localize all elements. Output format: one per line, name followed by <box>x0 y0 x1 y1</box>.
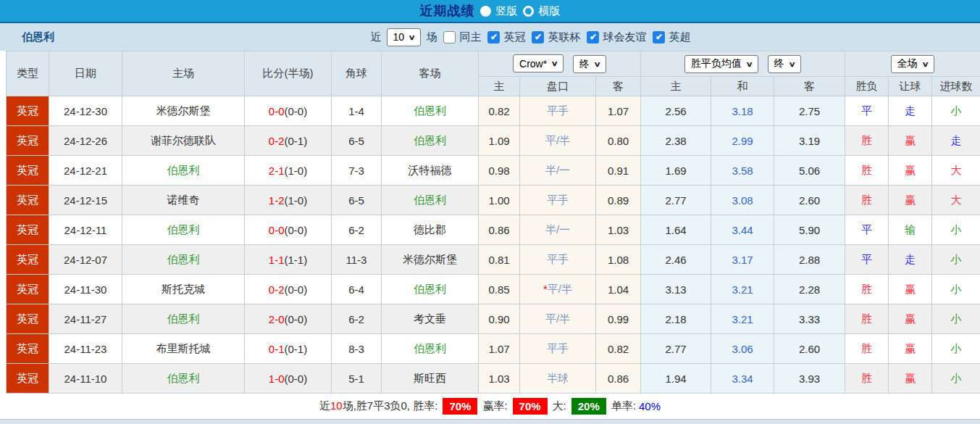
date-cell: 24-11-27 <box>49 304 122 334</box>
league-type-cell: 英冠 <box>7 96 49 126</box>
avg-time-select[interactable]: 终 ∨ <box>768 55 801 73</box>
corner-cell: 11-3 <box>332 245 382 275</box>
dan-rate-label: 单率: <box>611 399 636 413</box>
winlose-result-cell: 胜 <box>845 304 889 334</box>
result-group-header: 全场 ∨ <box>845 51 980 77</box>
home-team-cell: 米德尔斯堡 <box>122 96 245 126</box>
handicap-result-cell: 赢 <box>889 304 932 334</box>
winlose-result-cell: 胜 <box>845 364 889 394</box>
league-checkbox-qiuhuiyouyi[interactable]: ✔ <box>587 31 599 43</box>
avg-away-cell: 5.06 <box>774 156 845 186</box>
da-rate-label: 大: <box>553 399 566 413</box>
goals-result-cell: 小 <box>932 364 980 394</box>
filter-controls: 近 10 ∨ 场 同主 ✔ 英冠 ✔ 英联杯 ✔ 球会友谊 ✔ 英超 <box>371 28 691 46</box>
winlose-result-cell: 平 <box>845 245 889 275</box>
avg-draw-cell: 3.17 <box>711 245 774 275</box>
winlose-result-cell: 胜 <box>845 156 889 186</box>
away-team-cell: 斯旺西 <box>382 364 479 394</box>
winlose-result-cell: 胜 <box>845 186 889 215</box>
avg-draw-cell: 3.18 <box>711 96 774 126</box>
avg-draw-cell: 3.44 <box>711 215 774 245</box>
subcol-handicap: 盘口 <box>520 77 596 96</box>
fulltime-score: 0-0 <box>269 105 285 117</box>
recent-count-select[interactable]: 10 ∨ <box>387 28 422 46</box>
recent-count-value: 10 <box>393 31 405 43</box>
subcol-avg-home: 主 <box>641 77 711 96</box>
games-label: 场 <box>426 30 437 44</box>
layout-vertical-option[interactable]: 竖版 <box>496 4 518 18</box>
corner-cell: 1-4 <box>332 96 382 126</box>
radio-unselected-icon[interactable] <box>523 6 534 17</box>
bookmaker-select[interactable]: Crow* ∨ <box>513 54 564 72</box>
score-cell: 0-0(0-0) <box>245 215 332 245</box>
recent-label: 近 <box>371 30 382 44</box>
goals-result-cell: 大 <box>932 156 980 186</box>
avg-home-cell: 1.64 <box>641 215 711 245</box>
fulltime-score: 0-2 <box>269 283 285 296</box>
avg-draw-cell: 3.08 <box>711 186 774 215</box>
home-team-cell: 伯恩利 <box>122 156 245 186</box>
results-table: 类型 日期 主场 比分(半场) 角球 客场 Crow* ∨ 终 ∨ 胜平负均值 … <box>6 51 980 394</box>
filter-bar: 伯恩利 近 10 ∨ 场 同主 ✔ 英冠 ✔ 英联杯 ✔ 球会友谊 ✔ 英超 <box>0 23 980 51</box>
subcol-goals: 进球数 <box>932 77 980 96</box>
date-cell: 24-11-30 <box>49 275 122 304</box>
league-label-qiuhuiyouyi[interactable]: 球会友谊 <box>603 30 646 44</box>
table-row: 英冠 24-11-27 伯恩利 2-0(0-0) 6-2 考文垂 0.90 平/… <box>7 304 980 334</box>
goals-result-cell: 小 <box>932 215 980 245</box>
handicap-value: 平/半 <box>548 283 572 295</box>
corner-cell: 6-2 <box>332 304 382 334</box>
league-label-yingguan[interactable]: 英冠 <box>503 30 525 44</box>
league-type-cell: 英冠 <box>7 304 49 334</box>
subcol-avg-away: 客 <box>774 77 845 96</box>
odds-home-cell: 0.98 <box>479 156 520 186</box>
handicap-cell: 半/一 <box>520 156 596 186</box>
layout-horizontal-option[interactable]: 横版 <box>539 4 561 18</box>
goals-result-cell: 小 <box>932 334 980 364</box>
same-home-label[interactable]: 同主 <box>459 30 481 44</box>
league-type-cell: 英冠 <box>7 245 49 275</box>
avg-home-cell: 3.13 <box>641 275 711 304</box>
odds-time-value: 终 <box>579 58 590 71</box>
league-type-cell: 英冠 <box>7 215 49 245</box>
date-cell: 24-12-30 <box>49 96 122 126</box>
score-cell: 0-1(0-1) <box>245 334 332 364</box>
avg-time-value: 终 <box>774 57 784 70</box>
chevron-down-icon: ∨ <box>746 60 753 68</box>
league-type-cell: 英冠 <box>7 126 49 156</box>
league-label-yinglianbei[interactable]: 英联杯 <box>548 30 580 44</box>
avg-draw-cell: 3.21 <box>711 304 774 334</box>
handicap-result-cell: 走 <box>889 96 932 126</box>
scope-select[interactable]: 全场 ∨ <box>891 55 934 73</box>
halftime-score: (0-0) <box>285 283 308 296</box>
home-team-cell: 伯恩利 <box>122 364 245 394</box>
odds-away-cell: 1.03 <box>596 215 641 245</box>
subcol-odds-home: 主 <box>479 77 520 96</box>
radio-selected-icon[interactable] <box>480 6 491 17</box>
handicap-cell: 平/半 <box>520 304 596 334</box>
avg-type-select[interactable]: 胜平负均值 ∨ <box>684 55 758 73</box>
avg-home-cell: 1.94 <box>641 364 711 394</box>
same-home-checkbox[interactable] <box>443 31 456 43</box>
chevron-down-icon: ∨ <box>921 60 929 68</box>
league-label-yingchao[interactable]: 英超 <box>669 30 690 44</box>
avg-home-cell: 2.77 <box>641 334 711 364</box>
home-team-cell: 斯托克城 <box>122 275 245 304</box>
win-rate-badge: 70% <box>443 398 477 415</box>
chevron-down-icon: ∨ <box>593 60 600 68</box>
corner-cell: 8-3 <box>332 334 382 364</box>
handicap-result-cell: 赢 <box>889 126 932 156</box>
league-type-cell: 英冠 <box>7 186 49 215</box>
odds-home-cell: 0.85 <box>479 275 520 304</box>
halftime-score: (1-0) <box>285 165 308 177</box>
odds-time-select[interactable]: 终 ∨ <box>573 55 606 73</box>
fulltime-score: 2-1 <box>269 165 285 177</box>
league-checkbox-yingguan[interactable]: ✔ <box>487 31 500 43</box>
handicap-cell: 平手 <box>520 96 596 126</box>
col-header-type: 类型 <box>7 51 49 96</box>
league-checkbox-yinglianbei[interactable]: ✔ <box>532 31 544 43</box>
odds-home-cell: 1.09 <box>479 126 520 156</box>
winlose-result-cell: 胜 <box>845 334 889 364</box>
goals-result-cell: 小 <box>932 275 980 304</box>
avg-away-cell: 2.28 <box>774 275 845 304</box>
league-checkbox-yingchao[interactable]: ✔ <box>653 31 665 43</box>
